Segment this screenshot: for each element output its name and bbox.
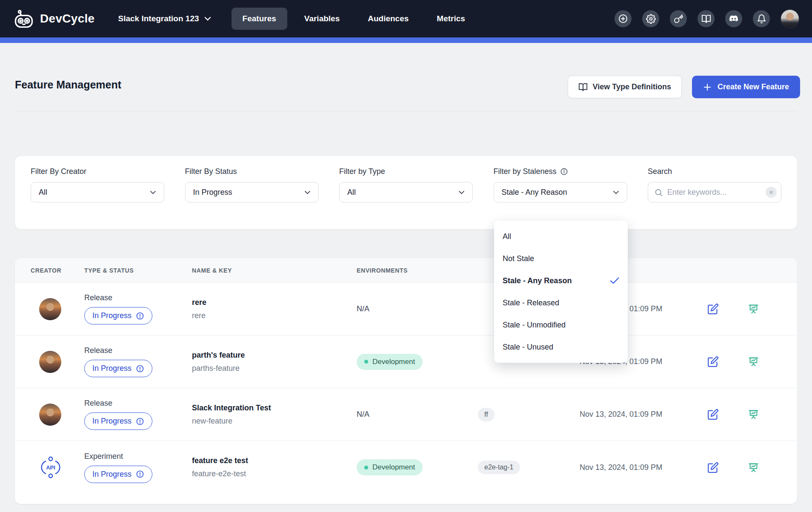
filter-creator-label: Filter By Creator [31, 167, 164, 176]
col-name-key[interactable]: NAME & KEY [192, 267, 232, 274]
analytics-icon[interactable] [748, 303, 759, 315]
docs-button[interactable] [698, 10, 715, 27]
filter-status-select[interactable]: In Progress [185, 182, 319, 202]
clear-search-button[interactable]: ✕ [766, 187, 777, 198]
selected-value: All [347, 188, 356, 197]
user-avatar[interactable] [781, 9, 799, 28]
edit-feature-icon[interactable] [707, 462, 719, 473]
edit-feature-icon[interactable] [707, 409, 719, 420]
table-row: Release In Progress parth's feature part… [15, 336, 797, 388]
edit-feature-icon[interactable] [707, 356, 719, 367]
menu-option[interactable]: All [494, 225, 628, 247]
create-new-feature-button[interactable]: Create New Feature [692, 76, 800, 98]
filters-card: Filter By Creator All Filter By Status I… [15, 156, 797, 229]
creator-avatar [39, 298, 61, 320]
book-icon [578, 82, 588, 92]
filter-creator-select[interactable]: All [31, 182, 164, 202]
filter-staleness-label: Filter by Staleness [494, 167, 627, 176]
col-environments[interactable]: ENVIRONMENTS [357, 267, 408, 274]
chevron-down-icon [204, 17, 211, 21]
project-selector[interactable]: Slack Integration 123 [118, 14, 211, 23]
col-type-status[interactable]: TYPE & STATUS [84, 267, 134, 274]
feature-type: Release [84, 293, 192, 302]
analytics-icon[interactable] [748, 356, 759, 367]
settings-button[interactable] [642, 10, 659, 27]
feature-type: Release [84, 346, 192, 355]
analytics-icon[interactable] [748, 462, 759, 473]
feature-key: new-feature [192, 417, 357, 426]
accent-bar [0, 37, 812, 43]
nav-item-features[interactable]: Features [232, 8, 287, 30]
feature-type: Release [84, 399, 192, 408]
environment-dot [364, 466, 368, 469]
exclamation-circle-icon [136, 364, 144, 373]
navbar-right [615, 9, 799, 28]
search-label: Search [648, 167, 781, 176]
menu-option-label: Stale - Unused [503, 343, 553, 352]
filter-status-label: Filter By Status [185, 167, 319, 176]
nav-item-audiences[interactable]: Audiences [357, 8, 420, 30]
table-body: Release In Progress rere rere N/A Nov 13… [15, 283, 797, 494]
status-text: In Progress [92, 417, 132, 426]
divider [15, 111, 797, 111]
environment-dot [364, 360, 368, 364]
tag-badge: e2e-tag-1 [478, 461, 520, 474]
filter-type-select[interactable]: All [339, 182, 473, 202]
col-creator[interactable]: CREATOR [31, 267, 61, 274]
menu-option-label: All [503, 232, 511, 241]
edit-feature-icon[interactable] [707, 303, 719, 315]
updated-timestamp: Nov 13, 2024, 01:09 PM [580, 463, 695, 472]
menu-option[interactable]: Stale - Unused [494, 336, 628, 358]
search-input[interactable] [667, 188, 761, 197]
exclamation-circle-icon [136, 312, 144, 320]
top-navbar: DevCycle Slack Integration 123 FeaturesV… [0, 0, 812, 37]
selected-value: In Progress [193, 188, 232, 197]
label-text: Filter by Staleness [494, 167, 557, 176]
selected-value: All [39, 188, 47, 197]
menu-option[interactable]: Stale - Any Reason [494, 270, 628, 292]
menu-option[interactable]: Not Stale [494, 247, 628, 270]
discord-button[interactable] [725, 10, 742, 27]
status-badge: In Progress [84, 360, 152, 377]
features-table: CREATOR TYPE & STATUS NAME & KEY ENVIRON… [15, 258, 797, 504]
nav-item-metrics[interactable]: Metrics [426, 8, 476, 30]
status-text: In Progress [92, 470, 132, 479]
notifications-button[interactable] [753, 10, 770, 27]
search-box: ✕ [648, 182, 781, 202]
feature-type: Experiment [84, 452, 192, 461]
status-text: In Progress [92, 311, 132, 320]
main-nav: FeaturesVariablesAudiencesMetrics [232, 8, 476, 30]
environment-name: Development [372, 358, 415, 366]
menu-option[interactable]: Stale - Unmodified [494, 314, 628, 336]
exclamation-circle-icon [136, 470, 144, 478]
environment-badge: Development [357, 459, 423, 475]
project-name: Slack Integration 123 [118, 14, 199, 23]
table-header: CREATOR TYPE & STATUS NAME & KEY ENVIRON… [15, 258, 797, 283]
devcycle-logo[interactable]: DevCycle [13, 9, 94, 28]
nav-item-variables[interactable]: Variables [293, 8, 351, 30]
create-plus-button[interactable] [615, 10, 632, 27]
status-text: In Progress [92, 364, 132, 373]
analytics-icon[interactable] [748, 409, 759, 420]
tags-cell: ff [478, 408, 580, 421]
menu-option[interactable]: Stale - Released [494, 292, 628, 314]
filter-staleness-select[interactable]: Stale - Any Reason [494, 182, 627, 202]
info-icon[interactable] [560, 168, 568, 176]
chevron-down-icon [613, 191, 619, 194]
gear-icon [646, 14, 656, 24]
bell-icon [757, 14, 766, 24]
button-label: View Type Definitions [593, 82, 671, 91]
status-badge: In Progress [84, 307, 152, 324]
chevron-down-icon [150, 191, 156, 194]
feature-key: feature-e2e-test [192, 469, 357, 478]
api-keys-button[interactable] [670, 10, 687, 27]
view-type-definitions-button[interactable]: View Type Definitions [568, 76, 682, 98]
chevron-down-icon [304, 191, 311, 194]
feature-name[interactable]: feature e2e test [192, 456, 357, 465]
search-icon [654, 188, 663, 197]
feature-name[interactable]: Slack Integration Test [192, 404, 357, 412]
feature-name[interactable]: rere [192, 298, 357, 307]
feature-name[interactable]: parth's feature [192, 351, 357, 360]
staleness-dropdown-menu: AllNot StaleStale - Any ReasonStale - Re… [494, 221, 628, 363]
menu-option-label: Stale - Released [503, 299, 559, 307]
